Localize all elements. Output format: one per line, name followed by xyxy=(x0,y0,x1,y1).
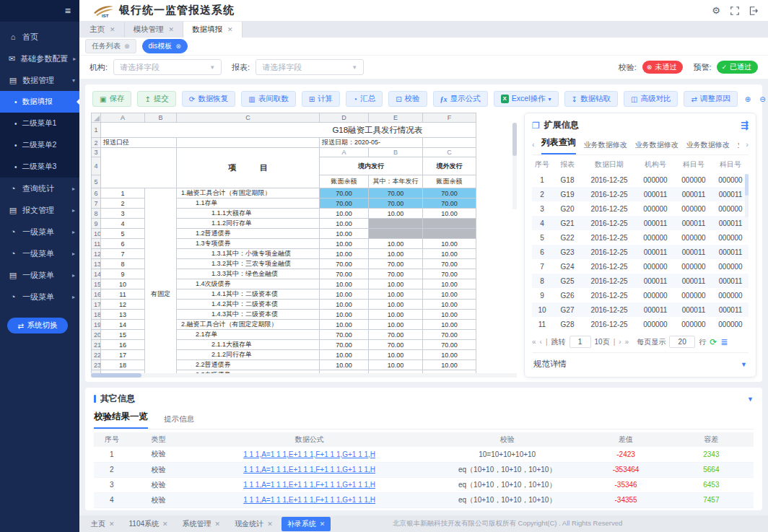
seq-cell[interactable]: 10 xyxy=(101,279,145,289)
校验-button[interactable]: ⊡校验 xyxy=(388,91,427,107)
prev-page-icon[interactable]: ‹ xyxy=(540,338,542,346)
value-cell[interactable]: 10.00 xyxy=(423,320,476,330)
other-info-collapse-icon[interactable]: ▼ xyxy=(747,396,754,403)
item-cell[interactable]: 1.3专项债券 xyxy=(177,239,320,249)
value-cell[interactable]: 10.00 xyxy=(369,350,423,360)
item-cell[interactable]: 1.3.3其中：绿色金融债 xyxy=(177,269,320,279)
logout-icon[interactable] xyxy=(749,6,758,15)
menu-collapse-icon[interactable]: ≡ xyxy=(65,5,71,17)
refresh-icon[interactable]: ⟳ xyxy=(710,337,717,347)
close-icon[interactable]: ✕ xyxy=(110,26,115,33)
seq-cell[interactable]: 5 xyxy=(101,229,145,239)
sheet-cell[interactable] xyxy=(423,138,476,148)
value-cell[interactable]: 10.00 xyxy=(423,279,476,289)
footer-tab-系统管理[interactable]: 系统管理✕ xyxy=(177,517,227,531)
sheet-cell[interactable] xyxy=(101,148,177,188)
显示公式-button[interactable]: ƒx显示公式 xyxy=(433,91,488,107)
value-cell[interactable]: 10.00 xyxy=(369,249,423,259)
sheet-col-D[interactable]: D xyxy=(320,113,369,123)
close-icon[interactable]: ✕ xyxy=(109,520,115,528)
value-cell[interactable]: 70.00 xyxy=(423,269,476,279)
seq-cell[interactable]: 7 xyxy=(101,249,145,259)
value-cell[interactable]: 70.00 xyxy=(320,259,369,269)
value-cell[interactable]: 10.00 xyxy=(320,350,369,360)
seq-cell[interactable]: 16 xyxy=(101,340,145,350)
value-cell[interactable]: 70.00 xyxy=(369,188,423,199)
value-cell[interactable]: 70.00 xyxy=(423,188,476,199)
sheet-col-B[interactable]: B xyxy=(145,113,177,123)
extension-tab-业务数据修改[interactable]: 业务数据修改 xyxy=(635,140,678,154)
item-cell[interactable]: 1.4.3其中：二级资本债 xyxy=(177,310,320,320)
org-select[interactable]: 请选择字段 ▼ xyxy=(113,59,222,75)
panel-menu-icon[interactable]: ⇶ xyxy=(741,120,749,131)
value-cell[interactable]: 10.00 xyxy=(369,289,423,300)
value-cell[interactable]: 10.00 xyxy=(423,249,476,259)
sidebar-item-二级菜单1[interactable]: •二级菜单1 xyxy=(0,113,79,134)
item-cell[interactable]: 1.4.1其中：二级资本债 xyxy=(177,289,320,300)
value-cell[interactable]: 10.00 xyxy=(369,310,423,320)
汇总-button[interactable]: ◔汇总 xyxy=(346,91,383,107)
value-cell[interactable]: 10.00 xyxy=(320,360,369,370)
first-page-icon[interactable]: « xyxy=(532,338,536,346)
seq-cell[interactable]: 15 xyxy=(101,330,145,340)
extension-tab-业务数据修改[interactable]: 业务数据修改 xyxy=(686,140,730,154)
extension-table-row[interactable]: 11G282016-12-25000000000000000000 xyxy=(532,317,749,331)
other-info-tab-校验结果一览[interactable]: 校验结果一览 xyxy=(94,411,148,429)
sidebar-item-一级菜单[interactable]: ◔一级菜单▸ xyxy=(0,243,79,264)
高级对比-button[interactable]: ◫高级对比 xyxy=(624,91,678,107)
last-page-icon[interactable]: » xyxy=(625,338,629,346)
close-icon[interactable]: ✕ xyxy=(320,520,326,528)
value-cell[interactable]: 10.00 xyxy=(423,239,476,249)
close-icon[interactable]: ✕ xyxy=(169,26,175,33)
value-cell[interactable]: 70.00 xyxy=(320,199,369,209)
item-cell[interactable]: 2.1.2同行存单 xyxy=(177,350,320,360)
item-cell[interactable]: 1.3.2其中：三农专项金融债 xyxy=(177,259,320,269)
extension-tab-业务数据修改[interactable]: 业务数据修改 xyxy=(584,140,627,154)
extension-table-row[interactable]: 9G262016-12-25000000000000000000 xyxy=(532,288,749,302)
footer-tab-1104系统[interactable]: 1104系统✕ xyxy=(123,517,174,531)
close-icon[interactable]: ✕ xyxy=(162,520,168,528)
item-cell[interactable]: 1.1.1大额存单 xyxy=(177,209,320,219)
tabs-scroll-right-icon[interactable]: › xyxy=(746,140,749,152)
seq-cell[interactable]: 12 xyxy=(101,300,145,310)
Excel操作-button[interactable]: XExcel操作▾ xyxy=(494,91,559,107)
sheet-hscrollbar[interactable] xyxy=(91,373,517,378)
tabs-scroll-left-icon[interactable]: ‹ xyxy=(532,140,535,152)
sidebar-item-数据填报[interactable]: •数据填报 xyxy=(0,91,79,113)
value-cell[interactable]: 10.00 xyxy=(423,289,476,300)
sheet-vscrollbar[interactable] xyxy=(512,123,517,209)
settings-icon[interactable]: ⚙ xyxy=(712,5,720,16)
formula-link[interactable]: 1 1 1,A=1 1 1,E+1 1 1,F+1 1 1,G+1 1 1,H xyxy=(243,496,375,504)
extension-table-row[interactable]: 2G192016-12-25000011000011000011 xyxy=(532,187,749,201)
column-settings-icon[interactable]: ≣ xyxy=(720,337,728,347)
seq-cell[interactable]: 8 xyxy=(101,259,145,269)
seq-cell[interactable]: 3 xyxy=(101,209,145,219)
extension-table-row[interactable]: 1G182016-12-25000000000000000000 xyxy=(532,173,749,187)
seq-cell[interactable]: 11 xyxy=(101,289,145,300)
sidebar-item-报文管理[interactable]: ▤报文管理▸ xyxy=(0,199,79,221)
数据钻取-button[interactable]: ↧数据钻取 xyxy=(564,91,618,107)
value-cell[interactable]: 10.00 xyxy=(423,350,476,360)
extension-table-row[interactable]: 7G242016-12-25000000000000000000 xyxy=(532,259,749,274)
表间取数-button[interactable]: ▥表间取数 xyxy=(241,91,295,107)
数据恢复-button[interactable]: ⟳数据恢复 xyxy=(182,91,235,107)
formula-link[interactable]: 1 1 1,A=1 1 1,E+1 1 1,F+1 1 1,G+1 1 1,H xyxy=(243,466,375,474)
item-cell[interactable]: 2.1.1大额存单 xyxy=(177,340,320,350)
value-cell[interactable]: 10.00 xyxy=(423,310,476,320)
item-cell[interactable]: 2.1存单 xyxy=(177,330,320,340)
value-cell[interactable]: 70.00 xyxy=(369,199,423,209)
footer-tab-现金统计[interactable]: 现金统计✕ xyxy=(229,517,279,531)
value-cell[interactable]: 70.00 xyxy=(423,340,476,350)
extension-tab-业务数据修改[interactable]: 业务数据修改 xyxy=(738,140,740,154)
value-cell[interactable]: 10.00 xyxy=(369,209,423,219)
value-cell[interactable]: 10.00 xyxy=(320,219,369,229)
value-cell[interactable]: 70.00 xyxy=(369,340,423,350)
zoomin-button[interactable]: ⊕ xyxy=(743,91,752,107)
extension-table-row[interactable]: 8G252016-12-25000011000011000011 xyxy=(532,274,749,288)
调整原因-button[interactable]: ⇄调整原因 xyxy=(684,91,737,107)
value-cell[interactable]: 10.00 xyxy=(320,249,369,259)
system-switch-button[interactable]: ⇄ 系统切换 xyxy=(7,318,68,333)
value-cell[interactable]: 10.00 xyxy=(320,310,369,320)
value-cell[interactable]: 10.00 xyxy=(423,360,476,370)
close-circle-icon[interactable]: ⊗ xyxy=(124,43,130,50)
